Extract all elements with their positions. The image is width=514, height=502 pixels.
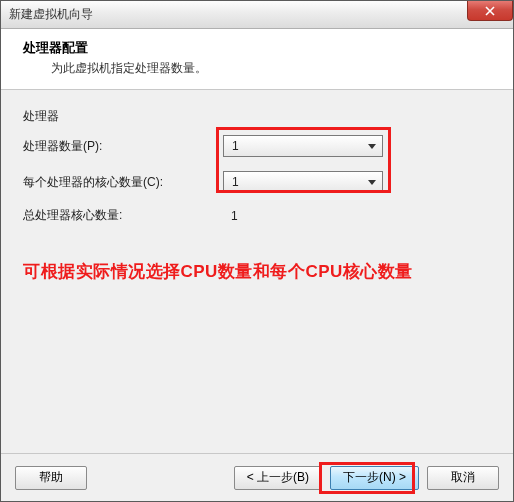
close-button[interactable] <box>467 1 513 21</box>
titlebar: 新建虚拟机向导 <box>1 1 513 29</box>
close-icon <box>485 6 495 16</box>
content-area: 处理器 处理器数量(P): 1 每个处理器的核心数量(C): 1 总处理器核心数… <box>1 90 513 453</box>
processors-combo[interactable]: 1 <box>223 135 383 157</box>
header-subtitle: 为此虚拟机指定处理器数量。 <box>23 60 499 77</box>
total-label: 总处理器核心数量: <box>23 207 223 224</box>
processors-value: 1 <box>232 139 239 153</box>
cores-label: 每个处理器的核心数量(C): <box>23 174 223 191</box>
annotation-text: 可根据实际情况选择CPU数量和每个CPU核心数量 <box>23 260 491 283</box>
help-button[interactable]: 帮助 <box>15 466 87 490</box>
help-label: 帮助 <box>39 469 63 486</box>
window-title: 新建虚拟机向导 <box>9 6 93 23</box>
processors-label: 处理器数量(P): <box>23 138 223 155</box>
header-panel: 处理器配置 为此虚拟机指定处理器数量。 <box>1 29 513 90</box>
next-label: 下一步(N) > <box>343 469 406 486</box>
cancel-label: 取消 <box>451 469 475 486</box>
footer: 帮助 < 上一步(B) 下一步(N) > 取消 <box>1 453 513 501</box>
wizard-window: 新建虚拟机向导 处理器配置 为此虚拟机指定处理器数量。 处理器 处理器数量(P)… <box>0 0 514 502</box>
cancel-button[interactable]: 取消 <box>427 466 499 490</box>
next-button[interactable]: 下一步(N) > <box>330 466 419 490</box>
total-value: 1 <box>223 209 383 223</box>
section-label: 处理器 <box>23 108 491 125</box>
back-label: < 上一步(B) <box>247 469 309 486</box>
cores-value: 1 <box>232 175 239 189</box>
form-grid: 处理器数量(P): 1 每个处理器的核心数量(C): 1 总处理器核心数量: 1 <box>23 135 491 224</box>
header-title: 处理器配置 <box>23 39 499 57</box>
chevron-down-icon <box>368 180 376 185</box>
chevron-down-icon <box>368 144 376 149</box>
cores-combo[interactable]: 1 <box>223 171 383 193</box>
back-button[interactable]: < 上一步(B) <box>234 466 322 490</box>
